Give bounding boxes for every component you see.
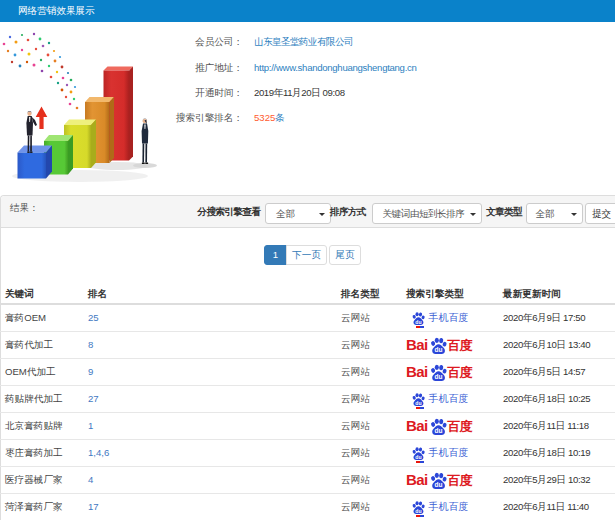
- svg-text:du: du: [434, 373, 442, 380]
- svg-text:du: du: [434, 346, 442, 353]
- svg-text:du: du: [434, 427, 442, 434]
- svg-text:du: du: [415, 400, 421, 406]
- svg-text:du: du: [415, 319, 421, 325]
- svg-text:du: du: [415, 454, 421, 460]
- svg-text:du: du: [434, 481, 442, 488]
- svg-text:du: du: [415, 508, 421, 514]
